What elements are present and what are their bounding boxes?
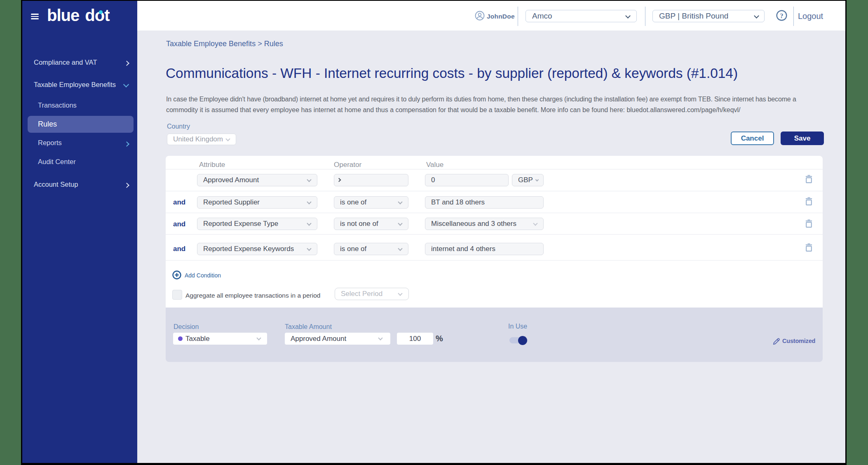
svg-text:?: ? <box>780 12 784 19</box>
